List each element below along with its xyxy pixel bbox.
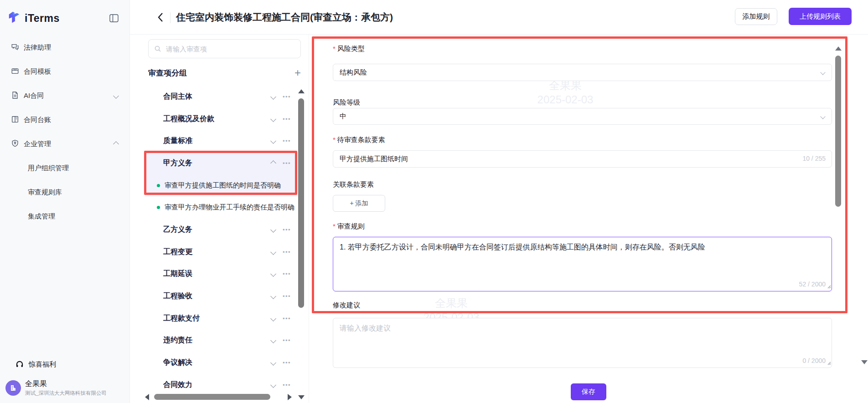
more-options-icon[interactable]: •••: [280, 249, 294, 255]
chevron-down-icon[interactable]: [270, 338, 276, 344]
group-row[interactable]: 合同主体•••: [145, 86, 297, 108]
search-input[interactable]: [148, 39, 301, 58]
scroll-left-arrow[interactable]: [145, 394, 149, 400]
scroll-down-arrow[interactable]: [298, 395, 305, 399]
chevron-down-icon[interactable]: [270, 116, 276, 122]
chevron-down-icon: [820, 114, 825, 119]
scrollbar-thumb[interactable]: [835, 56, 841, 207]
brand-name: iTerms: [25, 12, 60, 25]
chevron-up-icon: [113, 141, 119, 147]
sidebar-item-label: 企业管理: [24, 140, 51, 148]
groups-horizontal-scrollbar[interactable]: [145, 393, 297, 401]
chevron-down-icon: [820, 70, 825, 75]
clause-element-input[interactable]: [333, 150, 832, 168]
more-options-icon[interactable]: •••: [280, 270, 294, 277]
group-row[interactable]: 乙方义务•••: [145, 219, 297, 241]
group-row[interactable]: 工程验收•••: [145, 285, 297, 307]
chevron-down-icon[interactable]: [270, 227, 276, 233]
group-row[interactable]: 甲方义务•••: [145, 152, 297, 174]
scrollbar-thumb[interactable]: [298, 98, 304, 308]
review-item-label: 审查甲方办理物业开工手续的责任是否明确: [165, 203, 297, 212]
sidebar-item-label: AI合同: [24, 92, 44, 100]
sidebar-subitem-2[interactable]: 集成管理: [0, 204, 130, 229]
char-counter: 52 / 2000: [799, 281, 826, 288]
group-row[interactable]: 工程款支付•••: [145, 307, 297, 330]
group-row[interactable]: 质量标准•••: [145, 130, 297, 152]
resize-handle-icon[interactable]: [827, 282, 831, 291]
related-elements-label: 关联条款要素: [333, 180, 374, 189]
scroll-right-arrow[interactable]: [288, 394, 292, 400]
more-options-icon[interactable]: •••: [280, 226, 294, 233]
more-options-icon[interactable]: •••: [280, 116, 294, 122]
more-options-icon[interactable]: •••: [280, 138, 294, 144]
resize-handle-icon[interactable]: [827, 359, 831, 367]
sidebar-collapse-icon[interactable]: [109, 14, 119, 22]
upload-rules-button[interactable]: 上传规则列表: [789, 8, 852, 25]
scroll-up-arrow[interactable]: [835, 46, 842, 51]
sidebar-item-4[interactable]: 企业管理: [0, 132, 130, 156]
group-row[interactable]: 违约责任•••: [145, 330, 297, 352]
app-window: 全果果2025-02-0317:24:01 全果果2025-02-0317:24…: [0, 0, 868, 403]
more-options-icon[interactable]: •••: [280, 382, 294, 388]
group-row[interactable]: 工程概况及价款•••: [145, 108, 297, 130]
sidebar-item-1[interactable]: 合同模板: [0, 60, 130, 84]
sidebar-item-2[interactable]: AI合同: [0, 84, 130, 108]
clause-element-label: *待审查条款要素: [333, 136, 385, 144]
review-rule-label: *审查规则: [333, 222, 365, 231]
sidebar-item-benefits[interactable]: 惊喜福利: [0, 354, 130, 375]
group-row[interactable]: 工期延误•••: [145, 263, 297, 286]
chevron-down-icon[interactable]: [270, 316, 276, 321]
more-options-icon[interactable]: •••: [280, 337, 294, 344]
suggestion-field: 0 / 2000: [333, 318, 832, 368]
sidebar-item-0[interactable]: 法律助理: [0, 36, 130, 60]
sidebar-subitem-1[interactable]: 审查规则库: [0, 180, 130, 204]
risk-type-select[interactable]: 结构风险: [333, 64, 832, 81]
headphones-icon: [15, 360, 24, 369]
more-options-icon[interactable]: •••: [280, 359, 294, 366]
chevron-down-icon[interactable]: [270, 360, 276, 366]
scroll-up-arrow[interactable]: [298, 89, 305, 93]
sidebar-item-label: 合同模板: [24, 67, 51, 76]
chevron-down-icon: [113, 93, 119, 99]
user-profile[interactable]: 全果果 测试_深圳法大大网络科技有限公司: [0, 375, 130, 403]
group-row[interactable]: 争议解决•••: [145, 352, 297, 374]
groups-header: 审查项分组 +: [148, 65, 301, 81]
form-vertical-scrollbar[interactable]: [835, 46, 842, 365]
group-row[interactable]: 工程变更•••: [145, 241, 297, 263]
chevron-down-icon[interactable]: [270, 271, 276, 277]
review-item-row[interactable]: 审查甲方提供施工图纸的时间是否明确: [145, 174, 297, 197]
add-related-element-button[interactable]: + 添加: [333, 195, 385, 212]
sidebar-subitem-0[interactable]: 用户组织管理: [0, 156, 130, 180]
chevron-down-icon[interactable]: [270, 293, 276, 299]
more-options-icon[interactable]: •••: [280, 315, 294, 322]
scrollbar-thumb[interactable]: [154, 394, 270, 400]
chevron-down-icon[interactable]: [270, 94, 276, 100]
add-group-icon[interactable]: +: [294, 68, 301, 77]
more-options-icon[interactable]: •••: [280, 293, 294, 300]
group-label: 工程变更: [163, 247, 192, 257]
back-button[interactable]: [156, 11, 165, 25]
sidebar-item-3[interactable]: 合同台账: [0, 108, 130, 132]
risk-level-select[interactable]: 中: [333, 108, 832, 125]
save-button[interactable]: 保存: [571, 383, 606, 400]
review-rule-textarea[interactable]: 1. 若甲方委托乙方设计，合同未明确甲方在合同签订后提供原结构等施工图的具体时间…: [333, 237, 832, 291]
scroll-down-arrow[interactable]: [861, 360, 868, 364]
add-rule-button[interactable]: 添加规则: [735, 8, 777, 25]
shield-icon: [11, 139, 19, 149]
group-label: 工程验收: [163, 291, 192, 301]
chevron-up-icon[interactable]: [270, 160, 276, 166]
chevron-down-icon[interactable]: [270, 382, 276, 388]
groups-vertical-scrollbar[interactable]: [298, 89, 305, 399]
more-options-icon[interactable]: •••: [280, 160, 294, 167]
risk-type-value: 结构风险: [340, 68, 367, 77]
more-options-icon[interactable]: •••: [280, 93, 294, 100]
group-label: 质量标准: [163, 136, 192, 146]
sidebar: iTerms 法律助理合同模板AI合同合同台账企业管理用户组织管理审查规则库集成…: [0, 0, 130, 403]
group-label: 乙方义务: [163, 225, 192, 235]
group-row[interactable]: 合同效力•••: [145, 374, 297, 396]
required-asterisk: *: [333, 45, 336, 52]
review-item-row[interactable]: 审查甲方办理物业开工手续的责任是否明确: [145, 196, 297, 219]
chevron-down-icon[interactable]: [270, 138, 276, 144]
suggestion-textarea[interactable]: [333, 318, 832, 368]
chevron-down-icon[interactable]: [270, 249, 276, 255]
